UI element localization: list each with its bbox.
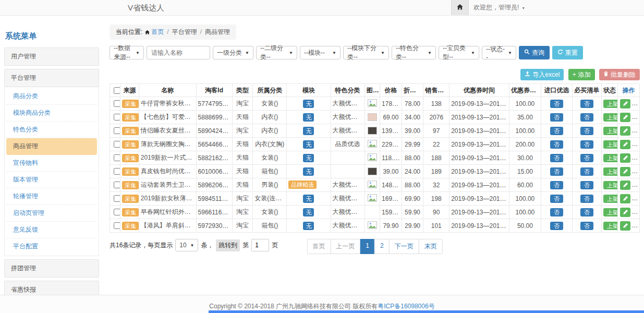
status-toggle[interactable]: 上架 <box>603 222 618 230</box>
must-buy-toggle[interactable]: 否 <box>580 181 593 189</box>
filter-data-source[interactable]: --数据来源--▼ <box>110 46 144 59</box>
import-choice-toggle-cell: 否 <box>541 178 572 192</box>
batch-delete-button[interactable]: 批量删除 <box>599 69 640 80</box>
status-toggle[interactable]: 上架 <box>603 154 618 162</box>
sidebar-subitem[interactable]: 宣传物料 <box>6 155 97 172</box>
sidebar-item-2[interactable]: 拼团管理 <box>4 259 99 278</box>
select-all-checkbox[interactable] <box>114 87 120 94</box>
pager-page-1[interactable]: 1 <box>360 239 375 254</box>
must-buy-toggle[interactable]: 否 <box>580 195 593 203</box>
edit-button[interactable] <box>620 180 630 190</box>
must-buy-toggle-cell: 否 <box>572 165 601 178</box>
sidebar-subitem[interactable]: 模块商品分类 <box>6 105 97 122</box>
status-toggle[interactable]: 上架 <box>603 100 618 108</box>
module-badge: 品牌精选 <box>288 180 317 189</box>
status-toggle[interactable]: 上架 <box>603 195 618 203</box>
import-choice-toggle[interactable]: 否 <box>550 167 563 176</box>
filter-module[interactable]: --模块--▼ <box>300 46 341 59</box>
page-jump-input[interactable] <box>251 239 269 251</box>
row-checkbox[interactable] <box>114 182 120 188</box>
column-header: 折后价 <box>402 84 423 97</box>
sidebar-item-1[interactable]: 平台管理 <box>4 69 99 87</box>
add-button[interactable]: + 添加 <box>568 69 595 80</box>
jump-button[interactable]: 跳转到 <box>216 239 240 251</box>
home-button[interactable] <box>451 0 469 15</box>
row-checkbox[interactable] <box>114 100 120 107</box>
import-choice-toggle[interactable]: 否 <box>550 100 563 108</box>
pager-next[interactable]: 下一页 <box>389 239 419 254</box>
must-buy-toggle[interactable]: 否 <box>580 222 593 230</box>
edit-button[interactable] <box>620 126 630 136</box>
sidebar-subitem[interactable]: 轮播管理 <box>6 188 97 205</box>
must-buy-toggle[interactable]: 否 <box>580 167 593 176</box>
filter-category-1[interactable]: 一级分类▼ <box>213 46 253 59</box>
edit-button[interactable] <box>620 167 630 176</box>
sidebar-subitem[interactable]: 启动页管理 <box>6 205 97 222</box>
sidebar-subitem[interactable]: 商品管理 <box>6 138 97 155</box>
must-buy-toggle[interactable]: 否 <box>580 113 593 122</box>
pager-last[interactable]: 末页 <box>419 239 443 254</box>
user-menu[interactable]: 欢迎您，管理员! ▾ <box>473 0 525 16</box>
row-checkbox[interactable] <box>114 114 120 121</box>
sidebar-item-0[interactable]: 用户管理 <box>4 47 99 66</box>
filter-feature[interactable]: --特色分类--▼ <box>392 46 436 59</box>
reset-button[interactable]: 重置 <box>552 46 583 59</box>
pager-first[interactable]: 首页 <box>307 239 331 254</box>
filter-category-2[interactable]: --二级分类--▼ <box>256 46 297 59</box>
row-checkbox[interactable] <box>114 209 120 215</box>
row-checkbox[interactable] <box>114 222 120 229</box>
pager-prev[interactable]: 上一页 <box>330 239 360 254</box>
coupon-amount-cell: 100.00 <box>509 124 541 138</box>
must-buy-toggle[interactable]: 否 <box>580 100 593 108</box>
filter-item-type[interactable]: --宝贝类型--▼ <box>439 46 479 59</box>
sales-cell: 22 <box>423 138 449 151</box>
search-button[interactable]: 查询 <box>519 46 550 59</box>
must-buy-toggle[interactable]: 否 <box>580 127 593 135</box>
product-thumbnail <box>368 113 377 121</box>
edit-button[interactable] <box>620 140 630 149</box>
icp-link[interactable]: 粤ICP备16098006号 <box>378 303 434 310</box>
import-choice-toggle[interactable]: 否 <box>550 127 563 135</box>
import-choice-toggle[interactable]: 否 <box>550 113 563 122</box>
edit-button[interactable] <box>620 99 630 109</box>
must-buy-toggle[interactable]: 否 <box>580 208 593 216</box>
breadcrumb-item[interactable]: 首页 <box>151 28 164 35</box>
row-checkbox[interactable] <box>114 154 120 161</box>
edit-button[interactable] <box>620 208 630 217</box>
sidebar-subitem[interactable]: 版本管理 <box>6 172 97 188</box>
must-buy-toggle[interactable]: 否 <box>580 140 593 149</box>
sidebar-subitem[interactable]: 商品分类 <box>6 88 97 105</box>
edit-button[interactable] <box>620 153 630 163</box>
import-choice-toggle[interactable]: 否 <box>550 195 563 203</box>
status-toggle[interactable]: 上架 <box>603 167 618 176</box>
status-toggle[interactable]: 上架 <box>603 208 618 216</box>
category-cell: 内衣() <box>253 111 287 124</box>
sidebar-subitem[interactable]: 意见反馈 <box>6 222 97 238</box>
must-buy-toggle[interactable]: 否 <box>580 154 593 162</box>
import-choice-toggle[interactable]: 否 <box>550 140 563 149</box>
name-search-input[interactable] <box>147 46 210 59</box>
import-choice-toggle[interactable]: 否 <box>550 208 563 216</box>
status-toggle[interactable]: 上架 <box>603 181 618 189</box>
edit-button[interactable] <box>620 221 630 231</box>
row-checkbox[interactable] <box>114 195 120 202</box>
row-checkbox[interactable] <box>114 127 120 134</box>
pager-page-2[interactable]: 2 <box>374 239 390 254</box>
status-toggle[interactable]: 上架 <box>603 140 618 149</box>
sidebar-subitem[interactable]: 平台配置 <box>6 238 97 255</box>
row-checkbox[interactable] <box>114 168 120 175</box>
edit-button[interactable] <box>620 113 630 122</box>
import-choice-toggle[interactable]: 否 <box>550 154 563 162</box>
filter-module-sub[interactable]: --模块下分类--▼ <box>343 46 389 59</box>
import-choice-toggle[interactable]: 否 <box>550 181 563 189</box>
import-choice-toggle[interactable]: 否 <box>550 222 563 230</box>
page-size-select[interactable]: 10▼ <box>175 239 198 251</box>
row-checkbox[interactable] <box>114 141 120 148</box>
filter-status[interactable]: --状态--▼ <box>482 46 516 59</box>
edit-button[interactable] <box>620 194 630 203</box>
import-excel-button[interactable]: 导入excel <box>520 69 564 80</box>
status-toggle[interactable]: 上架 <box>603 113 618 122</box>
status-toggle[interactable]: 上架 <box>603 127 618 135</box>
price-cell: 139.00 <box>380 124 402 138</box>
sidebar-subitem[interactable]: 特色分类 <box>6 122 97 138</box>
